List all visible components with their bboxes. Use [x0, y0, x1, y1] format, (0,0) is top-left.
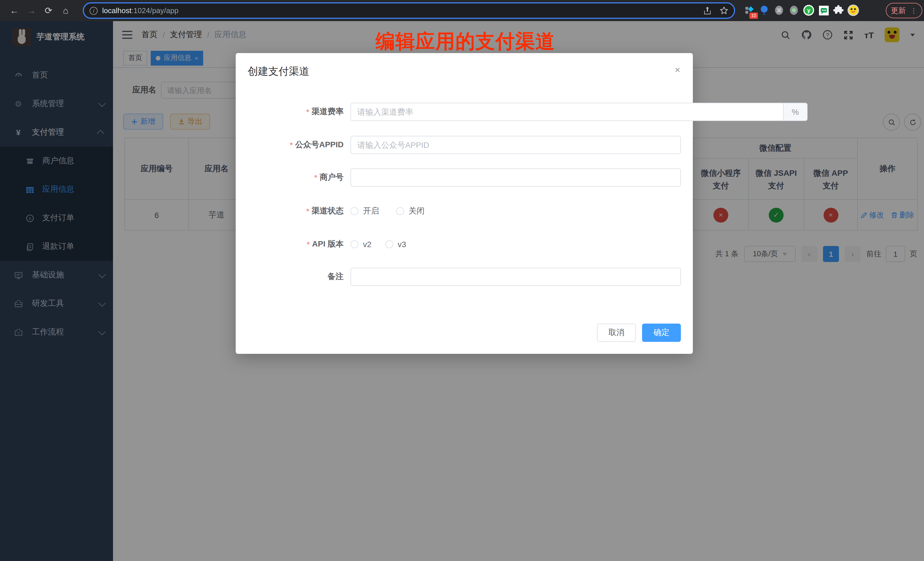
close-icon[interactable]: × [675, 64, 680, 76]
dialog-title: 创建支付渠道 [248, 64, 309, 78]
radio-api-v3[interactable]: v3 [385, 240, 406, 249]
radio-status-disable[interactable]: 关闭 [396, 206, 424, 216]
cancel-button[interactable]: 取消 [597, 324, 636, 342]
label-text: 备注 [328, 272, 344, 282]
extensions-cluster: 10 ⌘ y [742, 3, 861, 18]
reload-icon[interactable]: ⟳ [40, 2, 57, 19]
share-icon[interactable] [703, 6, 712, 15]
radio-label: v2 [363, 240, 372, 249]
update-label: 更新 [891, 5, 906, 16]
radio-circle-icon [350, 240, 358, 248]
channel-status-label: * 渠道状态 [236, 202, 344, 220]
radio-label: v3 [398, 240, 406, 249]
bookmark-star-icon[interactable] [720, 6, 728, 15]
extension-chat-icon[interactable] [816, 3, 831, 18]
appid-input[interactable] [350, 136, 681, 154]
label-text: 渠道状态 [312, 206, 344, 216]
extension-dot-icon[interactable] [786, 3, 801, 18]
home-icon[interactable]: ⌂ [57, 2, 74, 19]
screen: ← → ⟳ ⌂ i localhost :1024/pay/app 10 ⌘ [0, 0, 924, 561]
confirm-button[interactable]: 确定 [642, 324, 681, 342]
api-version-label: * API 版本 [236, 235, 344, 254]
remark-input[interactable] [350, 268, 681, 286]
required-mark: * [307, 240, 310, 249]
required-mark: * [290, 140, 293, 150]
annotation-title: 编辑应用的支付渠道 [375, 28, 555, 55]
radio-label: 开启 [363, 206, 379, 216]
svg-text:⌘: ⌘ [777, 8, 782, 14]
radio-status-enable[interactable]: 开启 [350, 206, 379, 216]
extension-balloon-icon[interactable] [757, 3, 772, 18]
url-host: localhost [102, 6, 132, 15]
radio-circle-icon [350, 207, 358, 215]
required-mark: * [314, 173, 317, 182]
browser-update-button[interactable]: 更新 ⋮ [886, 3, 922, 18]
extension-y-icon[interactable]: y [801, 3, 816, 18]
browser-toolbar: ← → ⟳ ⌂ i localhost :1024/pay/app 10 ⌘ [0, 0, 924, 21]
extension-diamond-icon[interactable]: 10 [742, 3, 757, 18]
extension-command-icon[interactable]: ⌘ [772, 3, 786, 18]
radio-api-v2[interactable]: v2 [350, 240, 372, 249]
merchant-input[interactable] [350, 168, 681, 187]
address-bar[interactable]: i localhost :1024/pay/app [83, 2, 735, 19]
browser-menu-icon[interactable]: ⋮ [910, 7, 917, 15]
appid-label: * 公众号APPID [236, 136, 344, 154]
required-mark: * [306, 207, 309, 216]
forward-icon[interactable]: → [23, 2, 40, 19]
label-text: API 版本 [312, 239, 344, 249]
rate-input[interactable] [350, 103, 784, 121]
radio-label: 关闭 [409, 206, 424, 216]
remark-label: 备注 [236, 268, 344, 286]
extensions-puzzle-icon[interactable] [831, 3, 846, 18]
label-text: 商户号 [320, 172, 344, 183]
back-icon[interactable]: ← [6, 2, 23, 19]
label-text: 渠道费率 [312, 107, 344, 117]
radio-circle-icon [385, 240, 393, 248]
radio-circle-icon [396, 207, 404, 215]
rate-label: * 渠道费率 [236, 103, 344, 121]
create-pay-channel-dialog: 创建支付渠道 × * 渠道费率 % * 公众号APPID * [236, 53, 693, 354]
percent-suffix: % [784, 103, 808, 121]
url-path: :1024/pay/app [132, 6, 178, 15]
label-text: 公众号APPID [295, 140, 344, 150]
required-mark: * [306, 107, 309, 116]
merchant-label: * 商户号 [236, 168, 344, 187]
profile-emoji-icon[interactable] [846, 3, 861, 18]
svg-text:y: y [807, 7, 810, 14]
site-info-icon[interactable]: i [90, 7, 98, 15]
